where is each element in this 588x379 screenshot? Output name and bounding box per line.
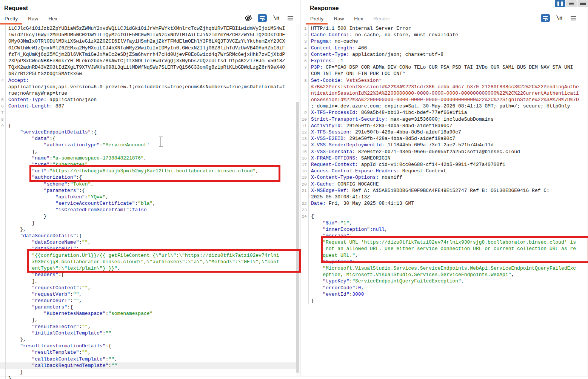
- code-line: "resultTemplate":"",: [0, 349, 300, 356]
- line-number: [0, 155, 6, 161]
- code-line: "dataSourceUrl":: [0, 246, 300, 252]
- code-line: ; domain=.dev.azure.com; expires=Sat, 30…: [301, 103, 588, 109]
- request-editor[interactable]: iLCJlcG4iOiJzb2ZpYUBiaW5zZWMuY2xvdWQiLCJ…: [0, 24, 300, 379]
- line-number: [301, 239, 309, 246]
- code-line: "resourceUrl":"",: [0, 298, 300, 304]
- line-number: [0, 252, 6, 259]
- line-number: [0, 285, 6, 291]
- line-number: [0, 233, 6, 239]
- code-line: "{{configuration.Url}}/{{ getFileContent…: [0, 252, 300, 259]
- response-viewer[interactable]: 1HTTP/1.1 500 Internal Server Error2Cach…: [301, 24, 588, 304]
- line-number: [0, 310, 6, 317]
- code-line: iwid2lkcyI6WyI2MmU5MDM5NC02OWYlLTQyMzctO…: [0, 32, 300, 38]
- code-line: nticationSessionId%22%3A%2200000000-0000…: [301, 90, 588, 97]
- code-line: "typeName":: [301, 259, 588, 265]
- response-tabs: PrettyRawHexRender: [306, 15, 396, 24]
- code-line: "url":"https://etbvbuqjv8luajb3pwi52myj8…: [0, 168, 300, 174]
- line-number: [0, 304, 6, 310]
- code-line: }: [301, 298, 588, 304]
- code-line: 4Accept:: [0, 77, 300, 84]
- word-wrap-icon[interactable]: [258, 14, 267, 22]
- code-line: 14X-VSS-SenderDeploymentId: 1f18445b-609…: [301, 142, 588, 148]
- line-number: [301, 226, 309, 233]
- line-number: 13: [301, 135, 309, 142]
- code-line: "isCreatedFromSecretYaml":false: [0, 207, 300, 213]
- request-title: Request: [4, 5, 28, 12]
- tab-raw[interactable]: Raw: [23, 15, 44, 24]
- line-number: [301, 233, 309, 239]
- code-line: 1HTTP/1.1 500 Internal Server Error: [301, 25, 588, 32]
- menu-icon[interactable]: [286, 14, 295, 22]
- line-number: [0, 343, 6, 349]
- code-line: iLCJlcG4iOiJzb2ZpYUBiaW5zZWMuY2xvdWQiLCJ…: [0, 25, 300, 32]
- bottom-divider: [0, 376, 588, 376]
- line-number: [301, 97, 309, 103]
- line-number: 5: [0, 97, 6, 103]
- line-number: [301, 291, 309, 298]
- newline-icon[interactable]: \n: [555, 14, 564, 22]
- code-line: "scheme":"Token",: [0, 181, 300, 187]
- tab-hex[interactable]: Hex: [349, 15, 369, 24]
- code-line: 12X-TFS-Session: 291e50fb-428a-4bba-8d5d…: [301, 129, 588, 135]
- tab-raw[interactable]: Raw: [329, 15, 349, 24]
- line-number: [0, 200, 6, 207]
- code-line: "dataSourceName":"",: [0, 239, 300, 246]
- code-line: },: [0, 317, 300, 323]
- line-number: 7: [0, 109, 6, 116]
- request-scrollbar-thumb[interactable]: [296, 102, 299, 373]
- line-number: 3: [301, 38, 309, 44]
- code-line: 01CWlhWeWIzQmxkMlZ6ZEMxa2MyMXoiLCJ4bXNfa…: [0, 45, 300, 51]
- code-line: 6Content-Length: 887: [0, 103, 300, 109]
- code-line: COM INT PHY ONL FIN PUR LOC CNT": [301, 71, 588, 77]
- line-number: 10: [301, 116, 309, 123]
- line-number: [0, 291, 6, 298]
- code-line: 5Content-Type: application/json; charset…: [301, 51, 588, 58]
- request-scrollbar[interactable]: [296, 24, 300, 376]
- code-line: 4Content-Length: 466: [301, 45, 588, 51]
- wide-icon: [580, 3, 586, 5]
- line-number: 9: [301, 109, 309, 116]
- line-number: [301, 90, 309, 97]
- code-line: onSessionId%22%3A%2200000000-0000-0000-0…: [301, 97, 588, 103]
- line-number: 2: [301, 32, 309, 38]
- code-line: "typeKey":"ServiceEndpointQueryFailedExc…: [301, 278, 588, 284]
- menu-icon[interactable]: [569, 14, 578, 22]
- line-number: [0, 265, 6, 272]
- line-number: 4: [301, 45, 309, 51]
- line-number: 12: [301, 129, 309, 135]
- layout-wide-button[interactable]: [577, 0, 588, 7]
- code-line: fzT4_KqUmKj6q25MCjm2Bl6VKTmiGeJxMaCc2eSD…: [0, 51, 300, 58]
- line-number: [0, 58, 6, 64]
- line-number: 21: [301, 187, 309, 194]
- tab-pretty[interactable]: Pretty: [306, 15, 329, 24]
- code-line: TQxK2adnRD43VZ03tIdZXgLT9X7VJWXHs098i3qL…: [0, 64, 300, 71]
- code-line: "KubernetesNamespace":"somenamespace": [0, 310, 300, 317]
- line-number: [0, 213, 6, 219]
- code-line: 2025-05-30T08:41:13Z: [301, 194, 588, 200]
- code-line: }: [0, 369, 300, 375]
- code-line: "requestVerb":"",: [0, 291, 300, 298]
- line-number: 14: [301, 142, 309, 148]
- line-number: [301, 84, 309, 90]
- code-line: eption, Microsoft.VisualStudio.Services.…: [301, 272, 588, 278]
- code-line: "initialContextTemplate":"": [0, 330, 300, 336]
- layout-columns-button[interactable]: [555, 0, 565, 7]
- code-line: 9X-TFS-ProcessId: 869a5b48-bb13-41bc-bde…: [301, 109, 588, 116]
- code-line: 16X-FRAME-OPTIONS: SAMEORIGIN: [301, 155, 588, 161]
- newline-icon[interactable]: \n: [272, 14, 281, 22]
- stacked-icon: [569, 3, 574, 5]
- word-wrap-icon[interactable]: [541, 14, 550, 22]
- code-line: }: [0, 213, 300, 219]
- tab-hex[interactable]: Hex: [44, 15, 63, 24]
- code-line: 15X-VSS-UserData: 82e04fe2-bb71-43eb-96e…: [301, 149, 588, 155]
- line-number: [0, 356, 6, 362]
- layout-stacked-button[interactable]: [566, 0, 577, 7]
- line-number: 8: [301, 77, 309, 84]
- tab-pretty[interactable]: Pretty: [0, 15, 23, 24]
- eye-slash-icon[interactable]: [244, 14, 253, 22]
- code-line: 22Date: Fri, 30 May 2025 08:41:13 GMT: [301, 200, 588, 207]
- line-number: 22: [301, 200, 309, 207]
- line-number: [0, 25, 6, 32]
- line-number: [0, 142, 6, 148]
- code-line: },: [0, 336, 300, 343]
